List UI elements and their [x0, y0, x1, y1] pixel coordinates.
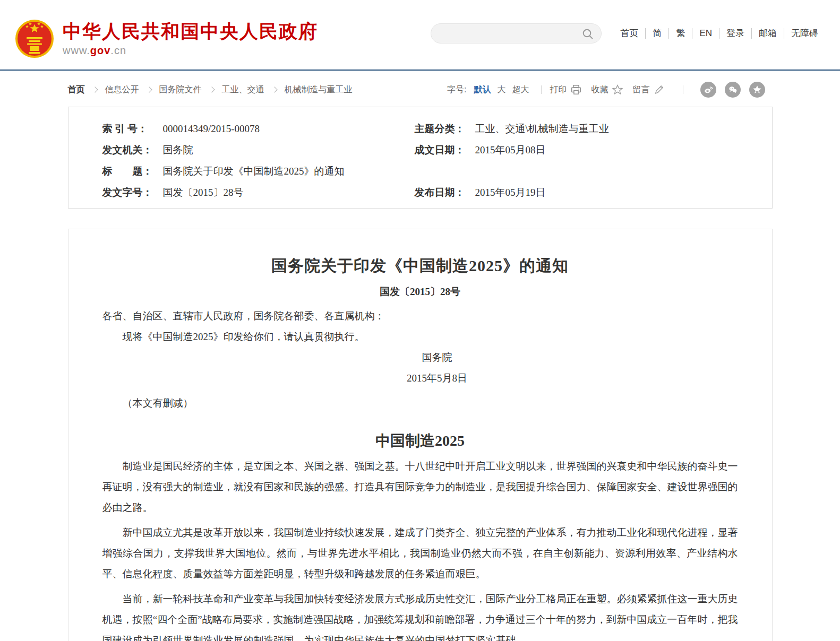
- redaction-note: （本文有删减）: [102, 393, 738, 413]
- meta-value: 工业、交通\机械制造与重工业: [475, 118, 609, 140]
- body-paragraph: 当前，新一轮科技革命和产业变革与我国加快转变经济发展方式形成历史性交汇，国际产业…: [102, 588, 738, 641]
- article-controls: 字号: 默认 大 超大 打印 收藏 留言: [447, 82, 765, 98]
- site-header: 中华人民共和国中央人民政府 www.gov.cn 首页 简 繁 EN 登录 邮箱…: [0, 0, 840, 71]
- favorite-button[interactable]: 收藏: [592, 84, 623, 96]
- salutation: 各省、自治区、直辖市人民政府，国务院各部委、各直属机构：: [102, 306, 738, 326]
- meta-value: 2015年05月08日: [475, 140, 546, 161]
- nav-item-traditional[interactable]: 繁: [668, 28, 692, 39]
- meta-label: 标 题：: [102, 161, 163, 182]
- font-size-xlarge[interactable]: 超大: [512, 84, 529, 96]
- document-meta-box: 索 引 号： 000014349/2015-00078 发文机关： 国务院 标 …: [68, 107, 773, 209]
- meta-label: 成文日期：: [415, 140, 475, 161]
- chevron-right-icon: [209, 86, 215, 92]
- meta-row-issuing-agency: 发文机关： 国务院: [102, 140, 415, 161]
- national-emblem-icon: [15, 19, 54, 58]
- nav-item-home[interactable]: 首页: [613, 28, 645, 39]
- url-www: www.: [63, 45, 90, 56]
- signer: 国务院: [102, 347, 738, 368]
- meta-row-topic-category: 主题分类： 工业、交通\机械制造与重工业: [415, 118, 772, 140]
- intro-paragraph: 现将《中国制造2025》印发给你们，请认真贯彻执行。: [102, 326, 738, 347]
- document-title: 国务院关于印发《中国制造2025》的通知: [102, 255, 738, 277]
- search-icon[interactable]: [581, 28, 594, 40]
- breadcrumb-home[interactable]: 首页: [68, 84, 85, 96]
- weibo-icon: [702, 84, 714, 96]
- breadcrumb-state-council-docs[interactable]: 国务院文件: [159, 84, 202, 96]
- wechat-icon: [727, 84, 739, 96]
- comment-button[interactable]: 留言: [633, 84, 665, 96]
- chevron-right-icon: [92, 86, 98, 92]
- meta-row-written-date: 成文日期： 2015年05月08日: [415, 140, 772, 161]
- nav-item-login[interactable]: 登录: [719, 28, 751, 39]
- meta-label: [415, 161, 475, 182]
- sign-date: 2015年5月8日: [102, 368, 738, 388]
- printer-icon: [570, 84, 582, 96]
- meta-label: 主题分类：: [415, 118, 475, 140]
- page-toolbar: 首页 信息公开 国务院文件 工业、交通 机械制造与重工业 字号: 默认 大 超大…: [68, 80, 773, 99]
- chevron-right-icon: [146, 86, 152, 92]
- meta-row-title: 标 题： 国务院关于印发《中国制造2025》的通知: [102, 161, 415, 182]
- meta-value: 000014349/2015-00078: [163, 118, 260, 140]
- meta-label: 发文字号：: [102, 182, 163, 203]
- pencil-icon: [653, 84, 665, 96]
- search-box: [431, 23, 602, 44]
- search-input[interactable]: [431, 24, 601, 43]
- body-paragraph: 新中国成立尤其是改革开放以来，我国制造业持续快速发展，建成了门类齐全、独立完整的…: [102, 522, 738, 584]
- document-number: 国发〔2015〕28号: [102, 285, 738, 299]
- comment-label: 留言: [633, 84, 650, 96]
- nav-item-simplified[interactable]: 简: [645, 28, 668, 39]
- favorite-label: 收藏: [592, 84, 608, 96]
- site-logo[interactable]: 中华人民共和国中央人民政府 www.gov.cn: [15, 19, 318, 58]
- breadcrumb-machinery-heavy-industry[interactable]: 机械制造与重工业: [285, 84, 353, 96]
- breadcrumb: 首页 信息公开 国务院文件 工业、交通 机械制造与重工业: [68, 84, 353, 96]
- meta-label: 发布日期：: [415, 182, 475, 203]
- site-title: 中华人民共和国中央人民政府: [63, 21, 318, 42]
- print-button[interactable]: 打印: [550, 84, 582, 96]
- font-size-large[interactable]: 大: [498, 84, 506, 96]
- meta-value: 国发〔2015〕28号: [163, 182, 244, 203]
- divider: [683, 85, 683, 94]
- divider: [541, 85, 542, 94]
- star-circle-icon: [751, 84, 763, 96]
- document-body: 国务院关于印发《中国制造2025》的通知 国发〔2015〕28号 各省、自治区、…: [68, 229, 773, 641]
- star-icon: [612, 84, 623, 96]
- body-paragraph: 制造业是国民经济的主体，是立国之本、兴国之器、强国之基。十八世纪中叶开启工业文明…: [102, 456, 738, 518]
- nav-item-accessibility[interactable]: 无障碍: [784, 28, 825, 39]
- meta-row-index-no: 索 引 号： 000014349/2015-00078: [102, 118, 415, 140]
- chevron-right-icon: [271, 86, 277, 92]
- meta-value: 国务院关于印发《中国制造2025》的通知: [163, 161, 345, 182]
- site-url: www.gov.cn: [63, 45, 318, 57]
- meta-label: 发文机关：: [102, 140, 163, 161]
- meta-row-publish-date: 发布日期： 2015年05月19日: [415, 182, 772, 203]
- url-cn: .cn: [110, 45, 126, 56]
- meta-row-empty: [415, 161, 772, 182]
- breadcrumb-industry-transport[interactable]: 工业、交通: [222, 84, 264, 96]
- font-size-label: 字号:: [447, 84, 466, 96]
- meta-value: 国务院: [163, 140, 193, 161]
- print-label: 打印: [550, 84, 567, 96]
- top-nav: 首页 简 繁 EN 登录 邮箱 无障碍: [613, 28, 825, 39]
- share-weibo-button[interactable]: [700, 82, 716, 98]
- nav-item-english[interactable]: EN: [692, 28, 719, 39]
- nav-item-mail[interactable]: 邮箱: [751, 28, 784, 39]
- breadcrumb-info-disclosure[interactable]: 信息公开: [105, 84, 139, 96]
- share-wechat-button[interactable]: [725, 82, 741, 98]
- meta-label: 索 引 号：: [102, 118, 163, 140]
- font-size-default[interactable]: 默认: [474, 84, 491, 96]
- section-title: 中国制造2025: [102, 430, 738, 452]
- share-qzone-button[interactable]: [749, 82, 765, 98]
- meta-value: 2015年05月19日: [475, 182, 546, 203]
- url-gov: gov: [90, 45, 111, 56]
- meta-row-doc-number: 发文字号： 国发〔2015〕28号: [102, 182, 415, 203]
